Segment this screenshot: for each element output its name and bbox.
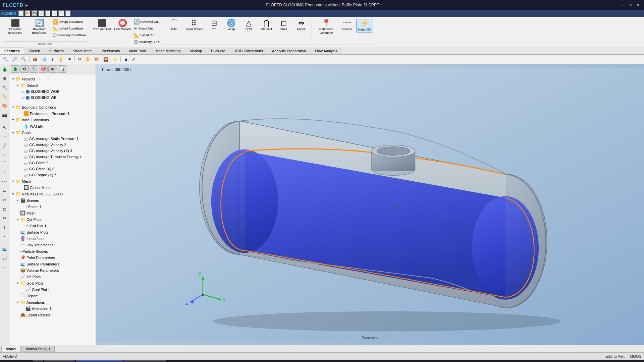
expand-bc[interactable]: ▼: [11, 105, 15, 110]
standard-views-button[interactable]: 📦: [31, 56, 39, 63]
tree-item-gg-avg-vel2[interactable]: 📊 GG Average Velocity 2: [9, 142, 96, 148]
property-manager-tab[interactable]: ⚙: [20, 65, 29, 73]
revolved-boss-base-button[interactable]: 🔄 Revolved Boss/Base: [28, 19, 51, 36]
property-manager-icon[interactable]: ⚙: [1, 74, 9, 82]
shell-button[interactable]: ◻ Shell: [275, 19, 292, 32]
rib-button[interactable]: ⊟ Rib: [206, 19, 222, 32]
tab-motion-study[interactable]: Motion Study 1: [21, 346, 55, 352]
tree-item-gg-force6[interactable]: 📊 GG Force (X) 6: [9, 166, 96, 172]
results-icon[interactable]: 📊: [1, 254, 9, 262]
start-button[interactable]: ⊞: [1, 360, 11, 362]
tree-item-mesh2[interactable]: 🔲 Mesh: [9, 210, 96, 216]
offset-icon[interactable]: ⊏: [1, 205, 9, 213]
plus-icon[interactable]: ⊕: [48, 65, 57, 73]
expand-scenes[interactable]: ▼: [15, 198, 20, 203]
taskbar-file-manager[interactable]: 📁: [33, 360, 43, 362]
maximize-button[interactable]: □: [627, 2, 634, 8]
tab-markup[interactable]: Markup: [185, 48, 206, 54]
tree-item-surface-params[interactable]: 🌊 Surface Parameters: [9, 261, 96, 267]
rebuild-button[interactable]: ⟳: [58, 10, 64, 16]
more-icon[interactable]: ⋯: [1, 263, 9, 271]
tree-item-goal-plot1[interactable]: 📈 Goal Plot 1: [9, 286, 96, 293]
tree-item-particle-studies[interactable]: · Particle Studies: [9, 248, 96, 254]
tree-item-gg-avg-static[interactable]: 📊 GG Average Static Pressure 1: [9, 136, 96, 142]
taskbar-floefd[interactable]: F FLOEFD - [FLOEFD ...: [76, 360, 123, 362]
tree-item-boundary-conditions[interactable]: ▼ 📁 Boundary Conditions: [9, 104, 96, 110]
tree-item-volume-params[interactable]: 📦 Volume Parameters: [9, 267, 96, 274]
lofted-cut-button[interactable]: 📐 Lofted Cut: [133, 32, 161, 38]
select-icon[interactable]: ↖: [1, 123, 9, 131]
redo-button[interactable]: ↪: [52, 10, 58, 16]
save-button[interactable]: 💾: [32, 10, 38, 16]
rectangle-icon[interactable]: □: [1, 169, 9, 177]
tab-features[interactable]: Features: [0, 48, 24, 54]
config-manager-tab[interactable]: 🔧: [30, 65, 38, 73]
settings-button[interactable]: ⚙: [65, 10, 71, 16]
smart-dim-icon[interactable]: ↔: [1, 132, 9, 140]
reference-geometry-button[interactable]: 📍 Reference Geometry: [315, 19, 338, 36]
expand-button[interactable]: ⤢: [130, 56, 137, 63]
intersect-button[interactable]: ⋂ Intersect: [258, 19, 275, 32]
chart-icon[interactable]: 📊: [58, 65, 66, 73]
tree-item-scenes[interactable]: ▼ 🎬 Scenes: [9, 197, 96, 203]
circle-icon[interactable]: ○: [1, 150, 9, 159]
undo-button[interactable]: ↩: [45, 10, 51, 16]
expand-animations[interactable]: ▼: [15, 300, 20, 305]
tab-mold-tools[interactable]: Mold Tools: [124, 48, 151, 54]
scene-button[interactable]: 🌄: [102, 56, 110, 63]
mirror-sketch-icon[interactable]: ⇔: [1, 214, 9, 222]
tree-item-cut-plot1[interactable]: ✂ Cut Plot 1: [9, 223, 96, 229]
taskbar-sloshing[interactable]: 📁 SLOSHING: [44, 360, 75, 362]
tree-item-scene1[interactable]: ▪ Scene 1: [9, 203, 96, 210]
tab-model[interactable]: Model: [1, 346, 21, 352]
tree-item-gg-force5[interactable]: 📊 GG Force 5: [9, 160, 96, 166]
pan-button[interactable]: ✋: [84, 56, 92, 63]
display-manager2-icon[interactable]: 🎨: [1, 102, 9, 110]
tab-evaluate[interactable]: Evaluate: [207, 48, 230, 54]
taskbar-paint[interactable]: 🖼 Untitled.png - Paint: [123, 360, 166, 362]
dim-xpert-icon[interactable]: 📏: [1, 93, 9, 101]
expand-ic[interactable]: ▼: [11, 118, 15, 122]
tree-item-xy-plots[interactable]: 📈 XY Plots: [9, 274, 96, 280]
display-style-button[interactable]: 💡: [57, 56, 65, 63]
tree-item-export-results[interactable]: 📤 Export Results: [9, 312, 96, 318]
lofted-boss-base-button[interactable]: 📐 Lofted Boss/Base: [52, 25, 87, 32]
extruded-boss-base-button[interactable]: ⬛ Extruded Boss/Base: [3, 19, 27, 36]
section-view-button[interactable]: ◫: [49, 56, 56, 63]
expand-sloshing-wob[interactable]: ▷: [21, 89, 25, 94]
tree-item-animation1[interactable]: 🎬 Animation 1: [9, 305, 96, 312]
feature-manager-icon[interactable]: 🌲: [1, 65, 9, 73]
open-button[interactable]: 📂: [25, 10, 31, 16]
tree-item-cut-plots[interactable]: ▼ 📁 Cut Plots: [9, 216, 96, 223]
feature-manager-tab[interactable]: 🌲: [11, 65, 19, 73]
tree-item-goal-plots[interactable]: ▼ 📁 Goal Plots: [9, 280, 96, 286]
tree-item-gg-torque7[interactable]: 📊 GG Torque (X) 7: [9, 172, 96, 178]
tree-item-water[interactable]: 💧 WATER: [9, 123, 96, 129]
wrap-button[interactable]: 🌀 Wrap: [223, 19, 240, 32]
point-icon[interactable]: ·: [1, 232, 9, 240]
boundary-cut-button[interactable]: ⬡ Boundary Cut ▾: [133, 39, 161, 45]
tree-item-isosurfaces[interactable]: 🔮 Isosurfaces: [9, 235, 96, 242]
fillet-button[interactable]: ⌒ Fillet: [166, 19, 182, 32]
tab-sketch[interactable]: Sketch: [24, 48, 45, 54]
rotate-button[interactable]: ↻: [76, 56, 83, 63]
swept-cut-button[interactable]: ✂ Swept Cut: [133, 25, 161, 32]
line-icon[interactable]: ╱: [1, 141, 9, 149]
close-button[interactable]: ✕: [635, 2, 641, 8]
tab-mbd-dimensions[interactable]: MBD Dimensions: [230, 48, 267, 54]
3d-viewport[interactable]: Time = 360.000 s: [96, 64, 644, 345]
display-manager-button[interactable]: 🖥: [122, 56, 129, 63]
expand-mesh[interactable]: ▼: [11, 179, 15, 184]
boundary-boss-base-button[interactable]: ⬡ Boundary Boss/Base: [52, 32, 87, 38]
hide-show-button[interactable]: 👁: [66, 56, 73, 63]
tab-weldments[interactable]: Weldments: [97, 48, 124, 54]
tree-item-goals[interactable]: ▼ 📁 Goals: [9, 129, 96, 136]
target-icon[interactable]: 🎯: [39, 65, 48, 73]
expand-default[interactable]: ▼: [15, 83, 20, 88]
linear-pattern-button[interactable]: ⠿ Linear Pattern: [183, 19, 205, 32]
view-orientation-button[interactable]: 🧊: [40, 56, 48, 63]
trim-icon[interactable]: ✂: [1, 196, 9, 204]
flow-icon[interactable]: 🌊: [1, 245, 9, 253]
tree-item-surface-plots[interactable]: 🌊 Surface Plots: [9, 229, 96, 235]
tree-item-results[interactable]: ▼ 📁 Results (1.fld, 360.000 s): [9, 191, 96, 197]
